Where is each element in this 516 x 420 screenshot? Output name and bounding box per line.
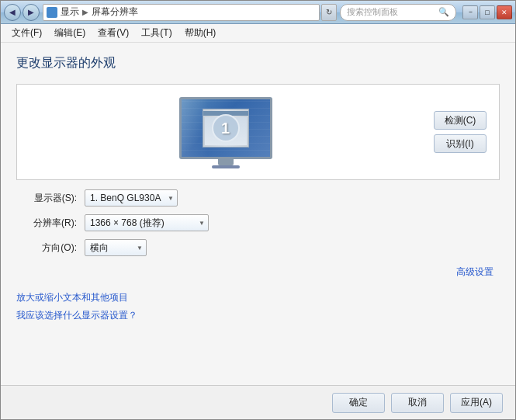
help-link-resize[interactable]: 放大或缩小文本和其他项目 xyxy=(16,291,500,304)
minimize-button[interactable]: － xyxy=(462,5,478,19)
identify-button[interactable]: 识别(I) xyxy=(434,134,487,153)
menu-help[interactable]: 帮助(H) xyxy=(180,25,221,41)
advanced-link-container: 高级设置 xyxy=(16,266,500,279)
orientation-row: 方向(O): 横向 xyxy=(23,239,500,256)
forward-button[interactable]: ▶ xyxy=(23,4,40,21)
orientation-value: 横向 xyxy=(90,241,109,255)
display-icon xyxy=(47,7,57,18)
resolution-select[interactable]: 1366 × 768 (推荐) xyxy=(85,214,209,231)
monitor-image: 1 xyxy=(179,97,272,167)
help-links: 放大或缩小文本和其他项目 我应该选择什么显示器设置？ xyxy=(16,291,500,322)
apply-button[interactable]: 应用(A) xyxy=(450,393,503,413)
nav-controls: ◀ ▶ xyxy=(4,4,40,21)
menubar: 文件(F) 编辑(E) 查看(V) 工具(T) 帮助(H) xyxy=(1,24,515,43)
search-icon: 🔍 xyxy=(438,7,449,17)
menu-tools[interactable]: 工具(T) xyxy=(137,25,176,41)
orientation-select[interactable]: 横向 xyxy=(85,239,147,256)
main-content: 更改显示器的外观 1 检测(C) 识别(I) 显示器( xyxy=(1,43,515,385)
search-placeholder: 搜索控制面板 xyxy=(347,6,398,18)
menu-view[interactable]: 查看(V) xyxy=(93,25,133,41)
help-link-settings[interactable]: 我应该选择什么显示器设置？ xyxy=(16,309,500,322)
monitor-section: 1 检测(C) 识别(I) xyxy=(16,84,500,180)
main-window: ◀ ▶ 显示 ▶ 屏幕分辨率 ↻ 搜索控制面板 🔍 － □ ✕ 文件(F) 编辑… xyxy=(0,0,516,420)
ok-button[interactable]: 确定 xyxy=(332,393,385,413)
display-value: 1. BenQ GL930A xyxy=(90,193,161,203)
resolution-row: 分辨率(R): 1366 × 768 (推荐) xyxy=(23,214,500,231)
page-title: 更改显示器的外观 xyxy=(16,55,500,71)
monitor-number: 1 xyxy=(212,114,240,142)
monitor-display: 1 xyxy=(29,97,421,167)
monitor-stand xyxy=(218,159,234,165)
breadcrumb1: 显示 xyxy=(61,5,79,19)
bottom-bar: 确定 取消 应用(A) xyxy=(1,385,515,419)
monitor-screen: 1 xyxy=(179,97,272,159)
search-box[interactable]: 搜索控制面板 🔍 xyxy=(340,4,456,21)
window-controls: － □ ✕ xyxy=(462,5,512,19)
refresh-button[interactable]: ↻ xyxy=(321,4,337,21)
cancel-button[interactable]: 取消 xyxy=(391,393,444,413)
back-button[interactable]: ◀ xyxy=(4,4,21,21)
menu-file[interactable]: 文件(F) xyxy=(7,25,47,41)
detect-button[interactable]: 检测(C) xyxy=(434,111,487,130)
form-section: 显示器(S): 1. BenQ GL930A 分辨率(R): 1366 × 76… xyxy=(16,189,500,256)
monitor-buttons: 检测(C) 识别(I) xyxy=(434,111,487,153)
menu-edit[interactable]: 编辑(E) xyxy=(50,25,90,41)
breadcrumb2: 屏幕分辨率 xyxy=(92,5,138,19)
display-select[interactable]: 1. BenQ GL930A xyxy=(85,189,178,207)
titlebar: ◀ ▶ 显示 ▶ 屏幕分辨率 ↻ 搜索控制面板 🔍 － □ ✕ xyxy=(1,1,515,24)
monitor-base xyxy=(212,165,240,168)
orientation-label: 方向(O): xyxy=(23,241,77,255)
maximize-button[interactable]: □ xyxy=(480,5,495,19)
advanced-link[interactable]: 高级设置 xyxy=(456,266,493,277)
resolution-label: 分辨率(R): xyxy=(23,217,77,230)
resolution-value: 1366 × 768 (推荐) xyxy=(90,217,164,230)
display-row: 显示器(S): 1. BenQ GL930A xyxy=(23,189,500,207)
address-bar[interactable]: 显示 ▶ 屏幕分辨率 xyxy=(43,4,320,21)
breadcrumb-arrow: ▶ xyxy=(82,8,88,16)
close-button[interactable]: ✕ xyxy=(497,5,512,19)
display-label: 显示器(S): xyxy=(23,192,77,205)
